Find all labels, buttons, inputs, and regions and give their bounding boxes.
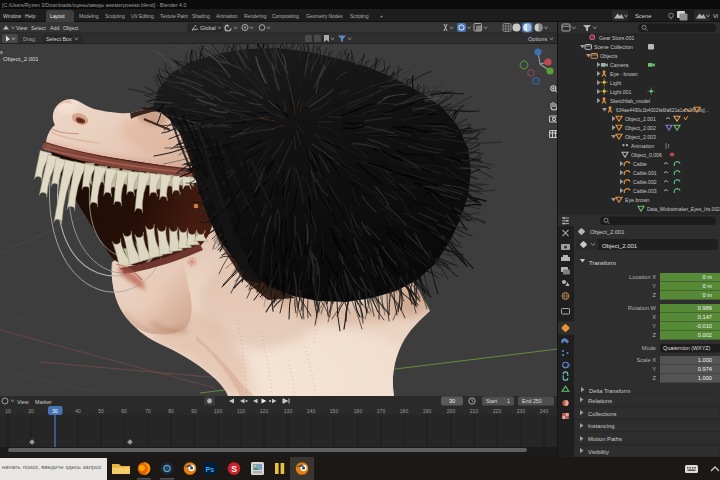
svg-text:0.147: 0.147 [698, 314, 712, 320]
svg-text:-0.010: -0.010 [696, 323, 712, 329]
svg-text:X: X [652, 314, 656, 320]
svg-text:End 250: End 250 [522, 398, 542, 404]
svg-text:90: 90 [191, 408, 197, 414]
svg-text:230: 230 [517, 408, 526, 414]
svg-text:Location X: Location X [629, 274, 656, 280]
svg-text:Drag:: Drag: [23, 36, 36, 42]
svg-text:1.000: 1.000 [698, 357, 712, 363]
svg-text:170: 170 [377, 408, 386, 414]
svg-text:120: 120 [260, 408, 269, 414]
svg-text:Scene: Scene [635, 13, 651, 19]
svg-text:View: View [17, 399, 29, 405]
svg-text:Vi: Vi [713, 13, 718, 19]
svg-text:Eye - brown: Eye - brown [610, 71, 638, 77]
svg-text:Y: Y [652, 366, 656, 372]
svg-text:0.974: 0.974 [698, 366, 712, 372]
svg-text:Scale X: Scale X [636, 357, 656, 363]
svg-text:Delta Transform: Delta Transform [589, 388, 630, 394]
svg-text:Motion Paths: Motion Paths [588, 436, 622, 442]
svg-text:Scene Collection: Scene Collection [594, 44, 633, 50]
svg-text:Y: Y [652, 283, 656, 289]
svg-text:30: 30 [52, 408, 58, 414]
svg-text:Collections: Collections [588, 411, 616, 417]
svg-text:Object_2.003: Object_2.003 [625, 134, 656, 140]
svg-text:Object_2.001: Object_2.001 [602, 243, 637, 249]
svg-text:130: 130 [284, 408, 293, 414]
svg-text:190: 190 [423, 408, 432, 414]
svg-text:Light: Light [610, 80, 622, 86]
svg-text:Gear Store.001: Gear Store.001 [599, 35, 635, 41]
svg-text:Ps: Ps [206, 465, 215, 474]
svg-text:Light.001: Light.001 [610, 89, 631, 95]
svg-text:Object_2.001: Object_2.001 [625, 116, 656, 122]
svg-text:Global: Global [200, 25, 216, 31]
svg-text:Camera: Camera [610, 62, 629, 68]
svg-text:Cable.001: Cable.001 [633, 170, 657, 176]
svg-text:Sketchfab_model: Sketchfab_model [610, 98, 650, 104]
svg-text:Start: Start [486, 398, 498, 404]
svg-text:Mode: Mode [642, 345, 656, 351]
svg-text:Z: Z [653, 332, 657, 338]
svg-text:50: 50 [98, 408, 104, 414]
svg-text:Eye.brown: Eye.brown [625, 197, 650, 203]
svg-text:Select Box: Select Box [46, 36, 72, 42]
svg-text:200: 200 [447, 408, 456, 414]
svg-text:Cable.003: Cable.003 [633, 188, 657, 194]
svg-text:220: 220 [493, 408, 502, 414]
svg-text:40: 40 [75, 408, 81, 414]
svg-text:Options: Options [528, 36, 547, 42]
svg-text:Visibility: Visibility [588, 449, 609, 455]
svg-text:80: 80 [168, 408, 174, 414]
svg-text:240: 240 [540, 408, 549, 414]
svg-text:180: 180 [400, 408, 409, 414]
svg-text:Object_2.002: Object_2.002 [625, 125, 656, 131]
svg-text:0 m: 0 m [703, 292, 713, 298]
svg-text:Cable: Cable [633, 161, 647, 167]
svg-text:Animation: Animation [631, 143, 654, 149]
svg-text:60: 60 [121, 408, 127, 414]
svg-text:Transform: Transform [589, 260, 616, 266]
svg-text:1: 1 [507, 398, 510, 404]
svg-text:Object_2.001: Object_2.001 [590, 229, 624, 235]
svg-text:110: 110 [237, 408, 245, 414]
svg-text:210: 210 [470, 408, 479, 414]
svg-text:140: 140 [307, 408, 316, 414]
svg-text:Objects: Objects [600, 53, 618, 59]
svg-text:0.989: 0.989 [698, 305, 712, 311]
svg-text:Z: Z [653, 375, 657, 381]
svg-text:Instancing: Instancing [588, 423, 614, 429]
svg-text:70: 70 [145, 408, 151, 414]
svg-text:Object: Object [63, 25, 79, 31]
svg-text:Quaternion (WXYZ): Quaternion (WXYZ) [663, 345, 711, 351]
svg-text:View: View [16, 25, 28, 31]
svg-text:Y: Y [652, 323, 656, 329]
svg-text:100: 100 [214, 408, 223, 414]
svg-text:10: 10 [5, 408, 11, 414]
svg-text:30: 30 [449, 398, 455, 404]
svg-text:Select: Select [31, 25, 46, 31]
svg-text:0 m: 0 m [703, 274, 713, 280]
svg-text:Marker: Marker [35, 399, 52, 405]
svg-text:0.002: 0.002 [698, 332, 712, 338]
svg-text:20: 20 [28, 408, 34, 414]
svg-text:S: S [231, 464, 237, 474]
svg-text:Rotation W: Rotation W [628, 305, 657, 311]
svg-text:Add: Add [50, 25, 59, 31]
svg-text:Data_Wickwimaker_Eyes_Iris.002: Data_Wickwimaker_Eyes_Iris.002 [647, 207, 720, 212]
svg-text:Z: Z [653, 292, 657, 298]
svg-text:160: 160 [354, 408, 363, 414]
svg-text:Object_0.006: Object_0.006 [631, 152, 662, 158]
svg-text:1.000: 1.000 [698, 375, 712, 381]
svg-text:0 m: 0 m [703, 283, 713, 289]
svg-text:Relations: Relations [588, 398, 612, 404]
svg-text:150: 150 [330, 408, 339, 414]
svg-text:Cable.002: Cable.002 [633, 179, 657, 185]
